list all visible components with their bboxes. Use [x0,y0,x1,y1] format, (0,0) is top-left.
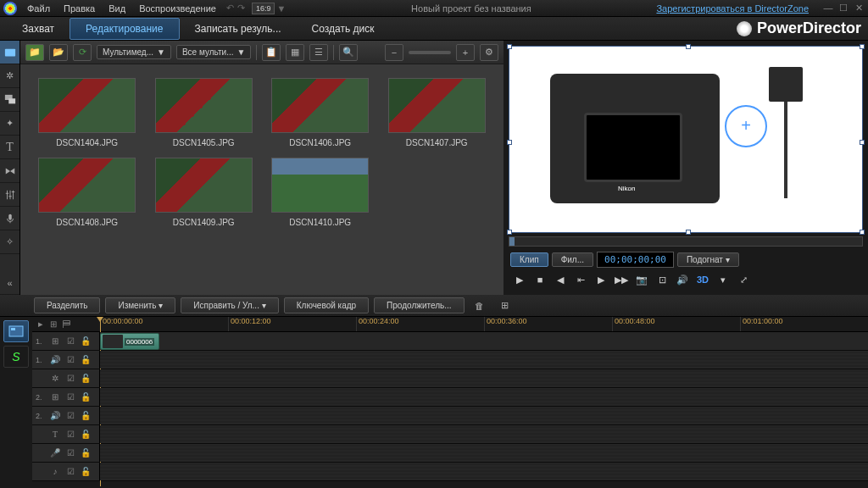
volume-icon[interactable]: 🔊 [673,271,692,288]
keyframe-button[interactable]: Ключевой кадр [284,297,369,313]
timeline-clip[interactable]: 0000006 [100,333,159,350]
maximize-icon[interactable]: ☐ [837,3,849,14]
media-thumb[interactable]: DSCN1405.JPG [151,78,258,147]
track-visible-icon[interactable]: ☑ [64,410,76,422]
track-lock-icon[interactable]: 🔓 [80,410,92,422]
tab-produce[interactable]: Записать резуль... [180,19,297,39]
preview-mode-film[interactable]: Фил... [552,252,593,267]
view-details-icon[interactable]: 📋 [262,44,281,61]
resize-handle[interactable] [507,140,512,145]
track-lane[interactable] [100,351,868,369]
preview-fit[interactable]: Подогнат ▾ [677,252,739,267]
search-icon[interactable]: 🔍 [339,44,358,61]
track-lock-icon[interactable]: 🔓 [80,336,92,347]
duration-button[interactable]: Продолжитель... [374,297,464,313]
track-lock-icon[interactable]: 🔓 [80,447,92,459]
thumb-zoom-slider[interactable] [409,51,451,54]
menu-view[interactable]: Вид [108,3,125,14]
sidebar-particle[interactable]: ✦ [0,112,19,136]
track-lane[interactable] [100,369,868,387]
prev-frame-icon[interactable]: ◀ [551,271,570,288]
media-filter-select[interactable]: Все мульти...▼ [176,45,251,59]
menu-playback[interactable]: Воспроизведение [139,3,216,14]
minimize-icon[interactable]: — [822,3,834,14]
ruler-marker-icon[interactable]: ⛿ [61,319,73,330]
resize-handle[interactable] [860,140,865,145]
track-lock-icon[interactable]: 🔓 [80,429,92,441]
sidebar-pip[interactable] [0,88,19,112]
ruler-view-icon[interactable]: ⊞ [47,319,59,330]
step-back-icon[interactable]: ⇤ [571,271,590,288]
track-lane[interactable] [100,444,868,462]
track-lane[interactable]: 0000006 [100,332,868,350]
tab-edit[interactable]: Редактирование [70,18,179,40]
library-menu-icon[interactable]: ⚙ [480,44,498,61]
track-visible-icon[interactable]: ☑ [64,466,76,478]
sidebar-media[interactable] [0,41,19,64]
aspect-ratio[interactable]: 16:9 [252,3,275,14]
display-options-icon[interactable]: ⊡ [653,271,671,288]
3d-icon[interactable]: 3D [693,271,712,288]
media-thumb[interactable]: DSCN1406.JPG [267,78,374,147]
media-thumb[interactable]: DSCN1409.JPG [151,158,258,227]
timeline-mode-fx[interactable]: S [3,346,29,368]
modify-button[interactable]: Изменить ▾ [105,297,175,313]
menu-edit[interactable]: Правка [64,3,95,14]
preview-scrubber[interactable] [509,236,863,247]
resize-handle[interactable] [686,44,691,49]
track-visible-icon[interactable]: ☑ [64,336,76,347]
sidebar-chapter[interactable]: ✧ [0,230,19,254]
sidebar-collapse[interactable]: « [0,271,19,295]
view-list-icon[interactable]: ☰ [309,44,328,61]
track-lock-icon[interactable]: 🔓 [80,391,92,403]
track-lane[interactable] [100,425,868,443]
delete-icon[interactable]: 🗑 [470,297,490,314]
view-grid-icon[interactable]: ▦ [286,44,304,61]
track-visible-icon[interactable]: ☑ [64,447,76,459]
track-lane[interactable] [100,463,868,480]
folder-icon[interactable]: 📂 [49,44,68,61]
track-lane[interactable] [100,407,868,424]
menu-file[interactable]: Файл [27,3,50,14]
resize-handle[interactable] [686,230,691,235]
resize-handle[interactable] [860,230,865,235]
track-visible-icon[interactable]: ☑ [64,429,76,441]
tab-disc[interactable]: Создать диск [297,19,390,39]
sidebar-title[interactable]: T [0,136,19,159]
zoom-out-icon[interactable]: − [385,44,403,61]
resize-handle[interactable] [507,230,512,235]
undock-icon[interactable]: ⤢ [734,271,753,288]
sidebar-voiceover[interactable] [0,207,19,230]
media-thumb[interactable]: DSCN1408.JPG [34,158,141,227]
more-tools-icon[interactable]: ⊞ [495,297,515,314]
3d-dropdown-icon[interactable]: ▾ [714,271,732,288]
timeline-mode-storyboard[interactable] [3,320,29,342]
track-lane[interactable] [100,388,868,406]
next-frame-icon[interactable]: ▶ [592,271,610,288]
aspect-dropdown-icon[interactable]: ▼ [276,3,286,14]
preview-mode-clip[interactable]: Клип [510,252,548,267]
refresh-icon[interactable]: ⟳ [73,44,92,61]
preview-timecode[interactable]: 00;00;00;00 [597,252,674,268]
track-visible-icon[interactable]: ☑ [64,373,76,385]
focus-target-icon[interactable] [725,105,767,147]
split-button[interactable]: Разделить [34,297,100,313]
play-icon[interactable]: ▶ [510,271,529,288]
track-lock-icon[interactable]: 🔓 [80,354,92,366]
track-lock-icon[interactable]: 🔓 [80,373,92,385]
ruler-collapse-icon[interactable]: ▸ [36,319,46,330]
media-thumb[interactable]: DSCN1407.JPG [384,78,491,147]
track-visible-icon[interactable]: ☑ [64,354,76,366]
redo-icon[interactable]: ↷ [237,3,245,14]
tab-capture[interactable]: Захват [7,19,70,39]
snapshot-icon[interactable]: 📷 [632,271,651,288]
resize-handle[interactable] [507,44,512,49]
close-icon[interactable]: ✕ [853,3,865,14]
zoom-in-icon[interactable]: + [456,44,475,61]
resize-handle[interactable] [860,44,865,49]
sidebar-audio-mix[interactable] [0,183,19,207]
stop-icon[interactable]: ■ [531,271,549,288]
directorzone-link[interactable]: Зарегистрироваться в DirectorZone [656,3,809,14]
timeline-ruler[interactable]: ▸ ⊞ ⛿ 00:00:00:00 00:00:12:00 00:00:24:0… [32,317,868,332]
sidebar-transition[interactable] [0,159,19,183]
